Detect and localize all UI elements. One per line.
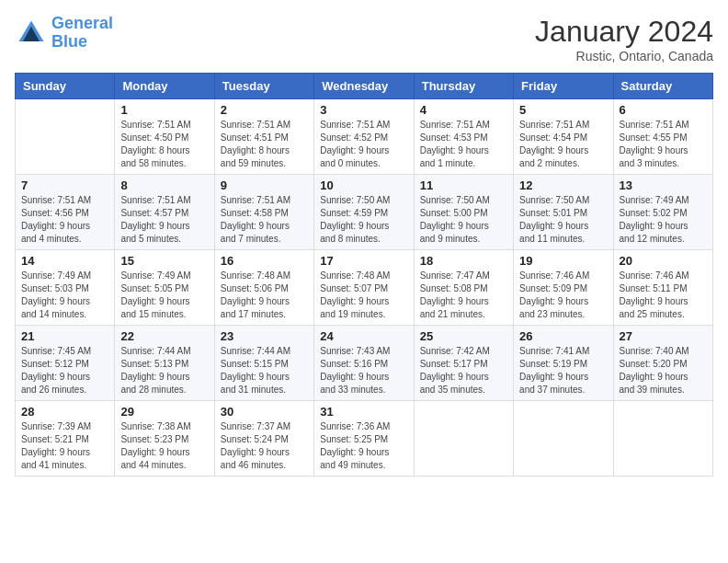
day-info: Sunrise: 7:36 AM Sunset: 5:25 PM Dayligh… <box>320 420 407 472</box>
day-number: 7 <box>21 178 108 192</box>
day-info: Sunrise: 7:43 AM Sunset: 5:16 PM Dayligh… <box>320 345 407 396</box>
day-number: 13 <box>620 178 707 192</box>
day-info: Sunrise: 7:40 AM Sunset: 5:20 PM Dayligh… <box>620 345 707 396</box>
calendar-cell: 23Sunrise: 7:44 AM Sunset: 5:15 PM Dayli… <box>214 326 313 401</box>
calendar-week-row: 21Sunrise: 7:45 AM Sunset: 5:12 PM Dayli… <box>16 326 713 401</box>
calendar-cell <box>414 401 513 477</box>
calendar-cell: 5Sunrise: 7:51 AM Sunset: 4:54 PM Daylig… <box>514 99 613 175</box>
calendar-cell: 26Sunrise: 7:41 AM Sunset: 5:19 PM Dayli… <box>514 326 613 401</box>
day-number: 21 <box>21 329 108 343</box>
calendar-cell <box>16 99 115 175</box>
title-block: January 2024 Rustic, Ontario, Canada <box>535 15 713 63</box>
calendar-cell: 21Sunrise: 7:45 AM Sunset: 5:12 PM Dayli… <box>16 326 115 401</box>
day-number: 29 <box>120 405 208 419</box>
calendar-cell <box>613 401 712 477</box>
calendar-cell: 16Sunrise: 7:48 AM Sunset: 5:06 PM Dayli… <box>214 250 313 326</box>
day-number: 18 <box>420 254 507 268</box>
calendar-cell: 4Sunrise: 7:51 AM Sunset: 4:53 PM Daylig… <box>414 99 513 175</box>
calendar-cell <box>514 401 613 477</box>
day-info: Sunrise: 7:42 AM Sunset: 5:17 PM Dayligh… <box>420 345 507 396</box>
calendar-cell: 18Sunrise: 7:47 AM Sunset: 5:08 PM Dayli… <box>414 250 513 326</box>
calendar-cell: 3Sunrise: 7:51 AM Sunset: 4:52 PM Daylig… <box>314 99 414 175</box>
day-info: Sunrise: 7:51 AM Sunset: 4:51 PM Dayligh… <box>221 119 308 170</box>
day-info: Sunrise: 7:46 AM Sunset: 5:11 PM Dayligh… <box>620 270 707 321</box>
day-number: 11 <box>420 178 507 192</box>
weekday-header-thursday: Thursday <box>414 74 513 99</box>
calendar-cell: 25Sunrise: 7:42 AM Sunset: 5:17 PM Dayli… <box>414 326 513 401</box>
calendar-cell: 11Sunrise: 7:50 AM Sunset: 5:00 PM Dayli… <box>414 175 513 250</box>
calendar-cell: 29Sunrise: 7:38 AM Sunset: 5:23 PM Dayli… <box>115 401 214 477</box>
calendar-cell: 28Sunrise: 7:39 AM Sunset: 5:21 PM Dayli… <box>16 401 115 477</box>
day-info: Sunrise: 7:50 AM Sunset: 5:01 PM Dayligh… <box>519 194 607 246</box>
day-number: 23 <box>221 329 308 343</box>
weekday-header-tuesday: Tuesday <box>214 74 313 99</box>
day-info: Sunrise: 7:50 AM Sunset: 5:00 PM Dayligh… <box>420 194 507 246</box>
day-number: 6 <box>620 103 707 117</box>
day-info: Sunrise: 7:51 AM Sunset: 4:53 PM Dayligh… <box>420 119 507 170</box>
day-number: 9 <box>221 178 308 192</box>
location-subtitle: Rustic, Ontario, Canada <box>535 49 713 63</box>
calendar-cell: 6Sunrise: 7:51 AM Sunset: 4:55 PM Daylig… <box>613 99 712 175</box>
day-number: 10 <box>320 178 407 192</box>
day-number: 26 <box>519 329 607 343</box>
day-number: 19 <box>519 254 607 268</box>
calendar-cell: 8Sunrise: 7:51 AM Sunset: 4:57 PM Daylig… <box>115 175 214 250</box>
calendar-cell: 13Sunrise: 7:49 AM Sunset: 5:02 PM Dayli… <box>613 175 712 250</box>
calendar-cell: 24Sunrise: 7:43 AM Sunset: 5:16 PM Dayli… <box>314 326 414 401</box>
day-number: 30 <box>221 405 308 419</box>
day-info: Sunrise: 7:37 AM Sunset: 5:24 PM Dayligh… <box>221 420 308 472</box>
day-number: 25 <box>420 329 507 343</box>
day-info: Sunrise: 7:51 AM Sunset: 4:58 PM Dayligh… <box>221 194 308 246</box>
day-info: Sunrise: 7:51 AM Sunset: 4:56 PM Dayligh… <box>21 194 108 246</box>
calendar-week-row: 7Sunrise: 7:51 AM Sunset: 4:56 PM Daylig… <box>16 175 713 250</box>
day-info: Sunrise: 7:51 AM Sunset: 4:55 PM Dayligh… <box>620 119 707 170</box>
day-info: Sunrise: 7:44 AM Sunset: 5:15 PM Dayligh… <box>221 345 308 396</box>
day-number: 1 <box>120 103 208 117</box>
day-number: 4 <box>420 103 507 117</box>
day-number: 17 <box>320 254 407 268</box>
day-number: 28 <box>21 405 108 419</box>
calendar-week-row: 28Sunrise: 7:39 AM Sunset: 5:21 PM Dayli… <box>16 401 713 477</box>
calendar-cell: 22Sunrise: 7:44 AM Sunset: 5:13 PM Dayli… <box>115 326 214 401</box>
calendar-week-row: 1Sunrise: 7:51 AM Sunset: 4:50 PM Daylig… <box>16 99 713 175</box>
logo: General Blue <box>15 15 113 52</box>
day-number: 20 <box>620 254 707 268</box>
day-info: Sunrise: 7:48 AM Sunset: 5:06 PM Dayligh… <box>221 270 308 321</box>
weekday-header-friday: Friday <box>514 74 613 99</box>
day-number: 14 <box>21 254 108 268</box>
day-number: 16 <box>221 254 308 268</box>
calendar-cell: 12Sunrise: 7:50 AM Sunset: 5:01 PM Dayli… <box>514 175 613 250</box>
calendar-cell: 2Sunrise: 7:51 AM Sunset: 4:51 PM Daylig… <box>214 99 313 175</box>
calendar-table: SundayMondayTuesdayWednesdayThursdayFrid… <box>15 73 713 477</box>
day-number: 12 <box>519 178 607 192</box>
day-info: Sunrise: 7:50 AM Sunset: 4:59 PM Dayligh… <box>320 194 407 246</box>
calendar-cell: 31Sunrise: 7:36 AM Sunset: 5:25 PM Dayli… <box>314 401 414 477</box>
weekday-header-saturday: Saturday <box>613 74 712 99</box>
calendar-cell: 19Sunrise: 7:46 AM Sunset: 5:09 PM Dayli… <box>514 250 613 326</box>
day-info: Sunrise: 7:51 AM Sunset: 4:54 PM Dayligh… <box>519 119 607 170</box>
calendar-cell: 15Sunrise: 7:49 AM Sunset: 5:05 PM Dayli… <box>115 250 214 326</box>
day-info: Sunrise: 7:51 AM Sunset: 4:52 PM Dayligh… <box>320 119 407 170</box>
weekday-header-sunday: Sunday <box>16 74 115 99</box>
day-number: 3 <box>320 103 407 117</box>
day-info: Sunrise: 7:45 AM Sunset: 5:12 PM Dayligh… <box>21 345 108 396</box>
day-info: Sunrise: 7:47 AM Sunset: 5:08 PM Dayligh… <box>420 270 507 321</box>
day-number: 2 <box>221 103 308 117</box>
logo-text: General Blue <box>51 15 113 52</box>
weekday-header-wednesday: Wednesday <box>314 74 414 99</box>
day-number: 24 <box>320 329 407 343</box>
calendar-cell: 10Sunrise: 7:50 AM Sunset: 4:59 PM Dayli… <box>314 175 414 250</box>
day-info: Sunrise: 7:46 AM Sunset: 5:09 PM Dayligh… <box>519 270 607 321</box>
calendar-cell: 30Sunrise: 7:37 AM Sunset: 5:24 PM Dayli… <box>214 401 313 477</box>
day-info: Sunrise: 7:48 AM Sunset: 5:07 PM Dayligh… <box>320 270 407 321</box>
day-info: Sunrise: 7:38 AM Sunset: 5:23 PM Dayligh… <box>120 420 208 472</box>
day-number: 22 <box>120 329 208 343</box>
page-header: General Blue January 2024 Rustic, Ontari… <box>15 15 713 63</box>
day-number: 31 <box>320 405 407 419</box>
day-info: Sunrise: 7:51 AM Sunset: 4:50 PM Dayligh… <box>120 119 208 170</box>
weekday-header-monday: Monday <box>115 74 214 99</box>
day-info: Sunrise: 7:49 AM Sunset: 5:05 PM Dayligh… <box>120 270 208 321</box>
day-number: 15 <box>120 254 208 268</box>
day-info: Sunrise: 7:39 AM Sunset: 5:21 PM Dayligh… <box>21 420 108 472</box>
calendar-cell: 27Sunrise: 7:40 AM Sunset: 5:20 PM Dayli… <box>613 326 712 401</box>
